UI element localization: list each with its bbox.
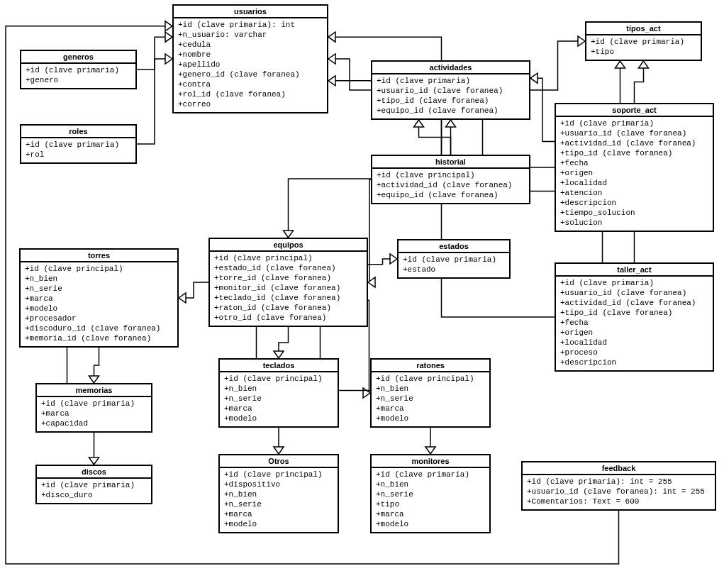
attribute-line: +fecha [560, 158, 708, 168]
attribute-line: +id (clave primaria) [41, 399, 147, 409]
attribute-line: +n_bien [376, 479, 485, 489]
entity-title: Otros [220, 455, 338, 468]
entity-title: tipos_act [586, 23, 701, 35]
attribute-line: +tipo_id (clave foranea) [560, 308, 708, 318]
entity-attributes: +id (clave primaria)+usuario_id (clave f… [556, 117, 713, 231]
attribute-line: +monitor_id (clave foranea) [214, 283, 362, 293]
attribute-line: +actividad_id (clave foranea) [560, 138, 708, 148]
entity-memorias: memorias+id (clave primaria)+marca+capac… [35, 383, 152, 433]
entity-estados: estados+id (clave primaria)+estado [397, 239, 511, 279]
entity-soporte_act: soporte_act+id (clave primaria)+usuario_… [555, 103, 714, 232]
attribute-line: +cedula [178, 40, 323, 50]
entity-title: soporte_act [556, 104, 713, 117]
svg-marker-13 [390, 254, 397, 264]
svg-marker-5 [530, 73, 538, 83]
attribute-line: +memoria_id (clave foranea) [25, 333, 173, 343]
entity-taller_act: taller_act+id (clave primaria)+usuario_i… [555, 262, 714, 372]
attribute-line: +atencion [560, 188, 708, 198]
entity-title: feedback [523, 462, 715, 475]
svg-marker-2 [328, 54, 335, 64]
er-diagram-canvas: usuarios+id (clave primaria): int+n_usua… [0, 0, 724, 588]
entity-attributes: +id (clave primaria)+n_bien+n_serie+tipo… [372, 468, 489, 532]
attribute-line: +tipo_id (clave foranea) [377, 96, 525, 106]
attribute-line: +id (clave primaria) [376, 470, 485, 479]
entity-attributes: +id (clave principal)+estado_id (clave f… [210, 252, 367, 326]
svg-marker-11 [368, 277, 375, 287]
entity-discos: discos+id (clave primaria)+disco_duro [35, 465, 152, 504]
entity-title: memorias [37, 384, 151, 397]
attribute-line: +id (clave primaria) [377, 76, 525, 86]
svg-marker-17 [274, 447, 284, 454]
attribute-line: +origen [560, 168, 708, 178]
attribute-line: +raton_id (clave foranea) [214, 303, 362, 313]
entity-historial: historial+id (clave principal)+actividad… [371, 155, 530, 204]
attribute-line: +localidad [560, 178, 708, 188]
attribute-line: +marca [25, 294, 173, 304]
entity-attributes: +id (clave primaria)+marca+capacidad [37, 397, 151, 431]
entity-title: ratones [372, 360, 489, 372]
svg-marker-20 [89, 457, 99, 465]
attribute-line: +usuario_id (clave foranea) [377, 86, 525, 96]
entity-attributes: +id (clave principal)+dispositivo+n_bien… [220, 468, 338, 532]
attribute-line: +otro_id (clave foranea) [214, 313, 362, 323]
entity-attributes: +id (clave primaria)+usuario_id (clave f… [372, 74, 529, 118]
attribute-line: +rol_id (clave foranea) [178, 89, 323, 99]
entity-otros: Otros+id (clave principal)+dispositivo+n… [218, 454, 339, 533]
entity-attributes: +id (clave principal)+n_bien+n_serie+mar… [220, 372, 338, 426]
attribute-line: +id (clave primaria) [26, 65, 131, 75]
attribute-line: +correo [178, 99, 323, 109]
attribute-line: +torre_id (clave foranea) [214, 273, 362, 283]
attribute-line: +marca [376, 404, 485, 414]
attribute-line: +actividad_id (clave foranea) [377, 180, 525, 190]
entity-title: estados [399, 240, 509, 253]
attribute-line: +usuario_id (clave foranea) [560, 288, 708, 298]
entity-title: usuarios [174, 6, 327, 18]
attribute-line: +descripcion [560, 357, 708, 367]
attribute-line: +actividad_id (clave foranea) [560, 298, 708, 308]
svg-marker-21 [165, 21, 172, 31]
attribute-line: +descripcion [560, 198, 708, 208]
attribute-line: +marca [376, 509, 485, 519]
attribute-line: +dispositivo [224, 479, 333, 489]
entity-attributes: +id (clave primaria)+genero [21, 64, 135, 88]
attribute-line: +discoduro_id (clave foranea) [25, 323, 173, 333]
attribute-line: +modelo [376, 414, 485, 423]
entity-attributes: +id (clave principal)+n_bien+n_serie+mar… [21, 262, 177, 346]
attribute-line: +modelo [25, 304, 173, 314]
attribute-line: +proceso [560, 348, 708, 357]
attribute-line: +n_usuario: varchar [178, 30, 323, 40]
attribute-line: +disco_duro [41, 490, 147, 500]
attribute-line: +n_bien [376, 384, 485, 394]
attribute-line: +tipo [591, 47, 696, 57]
entity-title: torres [21, 250, 177, 262]
attribute-line: +n_serie [376, 489, 485, 499]
attribute-line: +genero_id (clave foranea) [178, 70, 323, 79]
attribute-line: +procesador [25, 314, 173, 323]
attribute-line: +nombre [178, 50, 323, 60]
entity-title: teclados [220, 360, 338, 372]
svg-marker-19 [89, 376, 99, 383]
attribute-line: +genero [26, 75, 131, 85]
svg-marker-14 [179, 293, 186, 303]
entity-attributes: +id (clave primaria)+usuario_id (clave f… [556, 277, 713, 370]
entity-title: equipos [210, 239, 367, 252]
entity-attributes: +id (clave primaria)+estado [399, 253, 509, 277]
attribute-line: +capacidad [41, 418, 147, 428]
entity-title: discos [37, 466, 151, 479]
svg-marker-16 [363, 388, 370, 398]
entity-attributes: +id (clave primaria)+tipo [586, 35, 701, 60]
attribute-line: +usuario_id (clave foranea) [560, 128, 708, 138]
attribute-line: +n_serie [25, 284, 173, 294]
attribute-line: +marca [224, 404, 333, 414]
attribute-line: +contra [178, 79, 323, 89]
attribute-line: +marca [224, 509, 333, 519]
attribute-line: +teclado_id (clave foranea) [214, 293, 362, 303]
attribute-line: +equipo_id (clave foranea) [377, 106, 525, 116]
entity-title: actividades [372, 62, 529, 74]
attribute-line: +Comentarios: Text = 600 [527, 497, 711, 506]
svg-marker-12 [284, 231, 294, 238]
entity-title: roles [21, 126, 135, 138]
entity-actividades: actividades+id (clave primaria)+usuario_… [371, 60, 530, 120]
svg-marker-0 [165, 54, 172, 64]
attribute-line: +id (clave primaria) [41, 480, 147, 490]
